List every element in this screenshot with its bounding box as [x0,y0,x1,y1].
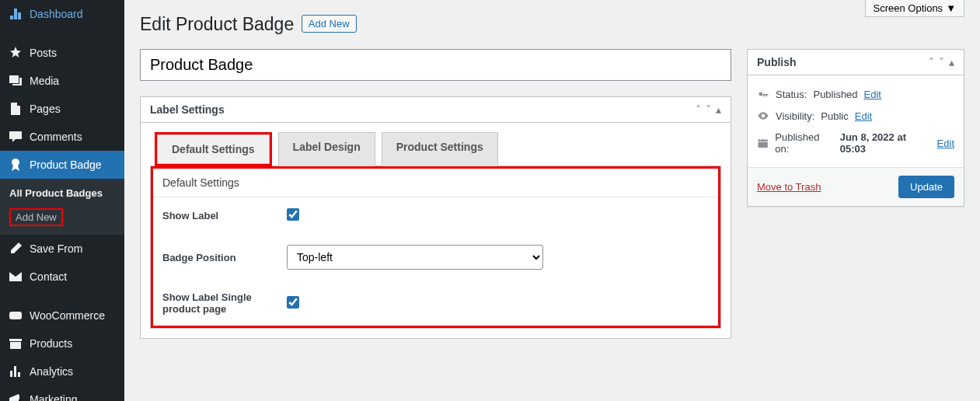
sidebar-label: Product Badge [30,159,102,171]
sidebar-item-contact[interactable]: Contact [0,263,124,291]
sidebar-label: Contact [30,270,67,283]
svg-point-0 [12,159,19,166]
visibility-value: Public [821,110,848,122]
sidebar-item-posts[interactable]: Posts [0,39,124,67]
sidebar-item-pages[interactable]: Pages [0,95,124,123]
mail-icon [8,269,23,284]
submenu-add-new[interactable]: Add New [0,204,124,231]
status-row: Status: Published Edit [757,83,954,105]
label-settings-title: Label Settings [150,103,225,116]
svg-rect-3 [759,139,768,148]
calendar-icon [757,137,769,149]
published-label: Published on: [775,131,833,155]
sidebar-item-woocommerce[interactable]: WooCommerce [0,302,124,330]
edit-icon [8,241,23,256]
screen-options[interactable]: Screen Options ▼ [865,0,964,17]
sidebar-label: Media [30,75,59,87]
sidebar-label: Products [30,337,72,339]
sidebar-submenu: All Product Badges Add New [0,179,124,235]
edit-status-link[interactable]: Edit [864,89,881,100]
page-title: Edit Product Badge [140,14,294,35]
show-label-checkbox[interactable] [287,208,299,221]
chevron-up-icon[interactable]: ˄ [696,103,701,116]
comment-icon [8,129,23,145]
chevron-down-icon[interactable]: ˅ [706,103,711,116]
edit-visibility-link[interactable]: Edit [855,110,872,122]
move-to-trash-link[interactable]: Move to Trash [757,181,821,193]
tab-default-highlight: Default Settings [155,132,272,166]
post-title-input[interactable] [140,49,731,81]
sidebar-label: Posts [30,47,57,59]
sidebar-label: WooCommerce [30,309,105,322]
status-label: Status: [776,89,807,100]
dashboard-icon [8,6,23,22]
show-label-label: Show Label [162,210,271,221]
svg-rect-1 [9,312,22,319]
sidebar-item-products[interactable]: Products [0,330,124,339]
badge-position-label: Badge Position [162,252,271,263]
sidebar-item-product-badge[interactable]: Product Badge [0,151,124,179]
sidebar-label: Dashboard [30,8,83,20]
sidebar-item-media[interactable]: Media [0,67,124,95]
tab-product-settings[interactable]: Product Settings [382,132,498,166]
edit-date-link[interactable]: Edit [937,138,954,149]
sidebar-item-save-from[interactable]: Save From [0,235,124,263]
tab-default-settings[interactable]: Default Settings [157,134,270,164]
sidebar-item-dashboard[interactable]: Dashboard [0,0,124,28]
add-new-button[interactable]: Add New [302,15,357,33]
caret-up-icon[interactable]: ▴ [716,103,721,116]
sidebar-label: Save From [30,242,82,255]
published-row: Published on: Jun 8, 2022 at 05:03 Edit [757,127,954,159]
chevron-up-icon[interactable]: ˄ [929,56,934,68]
submenu-all-badges[interactable]: All Product Badges [0,183,124,204]
award-icon [8,157,23,173]
svg-point-2 [759,92,762,96]
key-icon [757,88,769,100]
panel-title: Default Settings [153,169,718,197]
caret-up-icon[interactable]: ▴ [949,56,954,68]
update-button[interactable]: Update [898,176,954,198]
media-icon [8,73,23,89]
publish-box: Publish ˄ ˅ ▴ Status: Published Edit [747,49,964,207]
sidebar-item-comments[interactable]: Comments [0,123,124,151]
tab-label-design[interactable]: Label Design [278,132,375,166]
show-single-checkbox[interactable] [287,296,299,309]
visibility-label: Visibility: [776,110,814,122]
chevron-down-icon[interactable]: ˅ [939,56,944,68]
eye-icon [757,110,769,122]
show-single-label: Show Label Single product page [162,291,271,315]
published-value: Jun 8, 2022 at 05:03 [840,131,931,155]
sidebar-label: Pages [30,103,61,115]
page-icon [8,101,23,117]
pin-icon [8,45,23,61]
archive-icon [8,336,23,339]
submenu-add-new-label: Add New [9,208,63,226]
visibility-row: Visibility: Public Edit [757,105,954,127]
publish-title: Publish [757,56,797,68]
status-value: Published [813,89,857,100]
default-settings-highlight: Default Settings Show Label Badge Positi… [151,166,720,328]
label-settings-box: Label Settings ˄ ˅ ▴ Default Settings La… [140,96,731,339]
chevron-down-icon: ▼ [946,2,956,14]
badge-position-select[interactable]: Top-left [287,245,543,270]
woo-icon [8,308,23,323]
sidebar-label: Comments [30,131,82,143]
screen-options-label: Screen Options [874,2,943,14]
